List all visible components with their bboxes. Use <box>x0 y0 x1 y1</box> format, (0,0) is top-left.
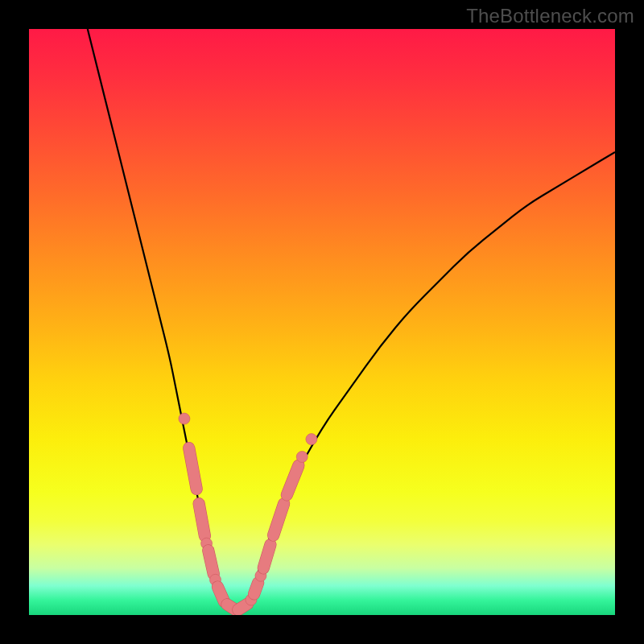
curve-markers <box>179 413 317 609</box>
plot-area <box>29 29 615 615</box>
chart-frame: TheBottleneck.com <box>0 0 644 644</box>
curve-marker-pill <box>208 551 214 574</box>
curve-marker-pill <box>238 604 248 609</box>
bottleneck-curve-svg <box>29 29 615 615</box>
curve-marker-pill <box>199 504 204 536</box>
curve-marker-pill <box>287 465 299 494</box>
watermark-text: TheBottleneck.com <box>466 5 634 27</box>
curve-marker-pill <box>274 504 284 535</box>
curve-marker-dot <box>296 451 308 462</box>
curve-marker-pill <box>263 545 270 568</box>
curve-marker-pill <box>254 583 258 594</box>
bottleneck-curve-path <box>88 29 615 609</box>
curve-marker-pill <box>189 448 196 489</box>
curve-marker-dot <box>179 413 190 424</box>
curve-marker-pill <box>217 587 224 601</box>
curve-marker-dot <box>306 434 317 445</box>
